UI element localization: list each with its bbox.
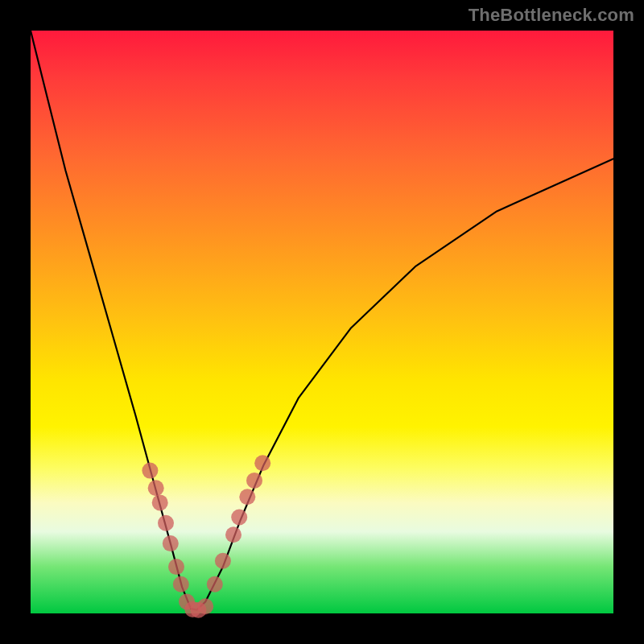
sample-dot: [207, 576, 223, 592]
sample-dot: [158, 515, 174, 531]
sample-dot: [215, 553, 231, 569]
watermark-text: TheBottleneck.com: [469, 5, 634, 26]
sample-dot: [152, 494, 168, 510]
chart-overlay: [31, 31, 613, 613]
sample-dot: [254, 455, 270, 471]
sample-dot: [197, 598, 213, 614]
sample-dot: [246, 473, 262, 489]
sample-dot: [173, 576, 189, 592]
sample-dot: [168, 559, 184, 575]
chart-stage: TheBottleneck.com: [0, 0, 644, 644]
sample-dot: [148, 480, 164, 496]
bottleneck-curve: [31, 31, 613, 610]
sample-dots: [142, 455, 270, 618]
sample-dot: [239, 489, 255, 505]
sample-dot: [163, 535, 179, 551]
sample-dot: [231, 510, 247, 526]
sample-dot: [142, 463, 158, 479]
sample-dot: [225, 526, 242, 543]
